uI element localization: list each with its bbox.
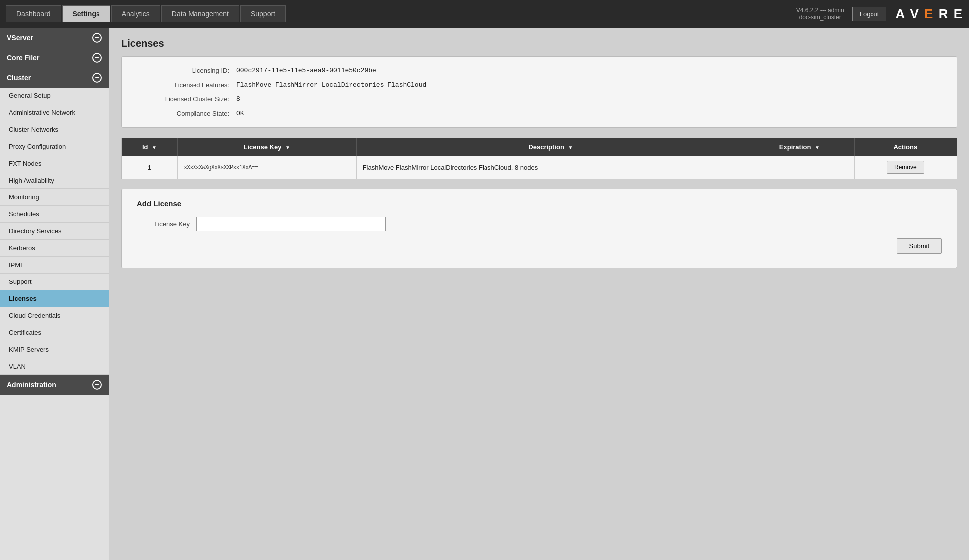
col-description[interactable]: Description ▼ — [356, 138, 745, 156]
sidebar-item-schedules[interactable]: Schedules — [0, 206, 109, 223]
license-key-input[interactable] — [196, 217, 386, 231]
col-expiration[interactable]: Expiration ▼ — [745, 138, 855, 156]
layout: VServer+Core Filer+Cluster−General Setup… — [0, 28, 969, 560]
sidebar-section-toggle[interactable]: + — [92, 380, 102, 390]
sidebar-section-vserver[interactable]: VServer+ — [0, 28, 109, 48]
sidebar-section-toggle[interactable]: − — [92, 73, 102, 83]
sidebar-item-support[interactable]: Support — [0, 274, 109, 290]
submit-button[interactable]: Submit — [897, 238, 942, 254]
tab-analytics[interactable]: Analytics — [111, 5, 160, 22]
sidebar-item-administrative-network[interactable]: Administrative Network — [0, 104, 109, 121]
row-expiration — [745, 156, 855, 179]
sidebar-section-label: Core Filer — [7, 54, 39, 62]
sort-icon: ▼ — [152, 145, 157, 150]
sidebar-section-label: Administration — [7, 381, 56, 389]
licensing-id-value: 000c2917-11e5-11e5-aea9-0011e50c29be — [236, 67, 376, 74]
avere-logo: A V E R E — [895, 6, 963, 22]
sidebar: VServer+Core Filer+Cluster−General Setup… — [0, 28, 109, 560]
sidebar-item-certificates[interactable]: Certificates — [0, 324, 109, 341]
table-row: 1xXxXxXwXgXxXsXXPxx1XxA==FlashMove Flash… — [122, 156, 957, 179]
row-license-key: xXxXxXwXgXxXsXXPxx1XxA== — [184, 164, 258, 171]
sidebar-item-ipmi[interactable]: IPMI — [0, 257, 109, 274]
add-license-title: Add License — [137, 199, 942, 208]
col-id[interactable]: Id ▼ — [122, 138, 178, 156]
col-actions: Actions — [854, 138, 957, 156]
tab-support[interactable]: Support — [240, 5, 286, 22]
license-info-card: Licensing ID: 000c2917-11e5-11e5-aea9-00… — [121, 56, 957, 128]
sidebar-section-cluster[interactable]: Cluster− — [0, 68, 109, 88]
row-actions: Remove — [854, 156, 957, 179]
compliance-state-label: Compliance State: — [137, 110, 236, 117]
sidebar-section-core-filer[interactable]: Core Filer+ — [0, 48, 109, 68]
licensed-cluster-size-label: Licensed Cluster Size: — [137, 95, 236, 103]
table-header: Id ▼License Key ▼Description ▼Expiration… — [122, 138, 957, 156]
sidebar-section-label: Cluster — [7, 74, 31, 82]
sidebar-section-toggle[interactable]: + — [92, 33, 102, 43]
col-license-key[interactable]: License Key ▼ — [177, 138, 356, 156]
licensed-cluster-size-row: Licensed Cluster Size: 8 — [137, 95, 942, 103]
add-license-card: Add License License Key Submit — [121, 189, 957, 268]
logout-section: Logout — [852, 7, 887, 21]
compliance-state-value: OK — [236, 110, 244, 117]
licensing-id-row: Licensing ID: 000c2917-11e5-11e5-aea9-00… — [137, 67, 942, 74]
sidebar-item-kmip-servers[interactable]: KMIP Servers — [0, 341, 109, 358]
add-license-key-row: License Key — [137, 217, 942, 231]
sidebar-section-label: VServer — [7, 34, 33, 42]
tab-dashboard[interactable]: Dashboard — [6, 5, 61, 22]
license-table: Id ▼License Key ▼Description ▼Expiration… — [121, 138, 957, 179]
version-info: V4.6.2.2 --- admin doc-sim_cluster — [796, 7, 844, 21]
add-license-key-label: License Key — [137, 220, 196, 228]
page-title: Licenses — [121, 38, 957, 49]
licensed-cluster-size-value: 8 — [236, 95, 240, 103]
nav-tabs: DashboardSettingsAnalyticsData Managemen… — [6, 5, 796, 22]
sidebar-section-toggle[interactable]: + — [92, 53, 102, 63]
sidebar-item-general-setup[interactable]: General Setup — [0, 88, 109, 104]
licensed-features-label: Licensed Features: — [137, 81, 236, 89]
licensed-features-value: FlashMove FlashMirror LocalDirectories F… — [236, 81, 426, 89]
sidebar-item-cluster-networks[interactable]: Cluster Networks — [0, 121, 109, 138]
compliance-state-row: Compliance State: OK — [137, 110, 942, 117]
table-body: 1xXxXxXwXgXxXsXXPxx1XxA==FlashMove Flash… — [122, 156, 957, 179]
licensed-features-row: Licensed Features: FlashMove FlashMirror… — [137, 81, 942, 89]
sidebar-item-proxy-configuration[interactable]: Proxy Configuration — [0, 138, 109, 155]
table-header-row: Id ▼License Key ▼Description ▼Expiration… — [122, 138, 957, 156]
row-description: FlashMove FlashMirror LocalDirectories F… — [356, 156, 745, 179]
tab-settings[interactable]: Settings — [62, 5, 110, 22]
remove-button[interactable]: Remove — [887, 161, 924, 174]
sidebar-item-vlan[interactable]: VLAN — [0, 358, 109, 375]
add-license-submit-row: Submit — [137, 238, 942, 254]
sidebar-item-high-availability[interactable]: High Availability — [0, 172, 109, 189]
logout-button[interactable]: Logout — [852, 7, 887, 21]
licensing-id-label: Licensing ID: — [137, 67, 236, 74]
tab-data-management[interactable]: Data Management — [161, 5, 239, 22]
sidebar-item-fxt-nodes[interactable]: FXT Nodes — [0, 155, 109, 172]
sidebar-section-administration[interactable]: Administration+ — [0, 375, 109, 395]
sidebar-item-licenses[interactable]: Licenses — [0, 290, 109, 307]
sidebar-item-cloud-credentials[interactable]: Cloud Credentials — [0, 307, 109, 324]
sort-icon: ▼ — [568, 145, 573, 150]
sidebar-item-kerberos[interactable]: Kerberos — [0, 240, 109, 257]
row-id: 1 — [122, 156, 178, 179]
main-content: Licenses Licensing ID: 000c2917-11e5-11e… — [109, 28, 969, 560]
sidebar-item-directory-services[interactable]: Directory Services — [0, 223, 109, 240]
sidebar-item-monitoring[interactable]: Monitoring — [0, 189, 109, 206]
topbar: DashboardSettingsAnalyticsData Managemen… — [0, 0, 969, 28]
sort-icon: ▼ — [815, 145, 820, 150]
sort-icon: ▼ — [285, 145, 290, 150]
